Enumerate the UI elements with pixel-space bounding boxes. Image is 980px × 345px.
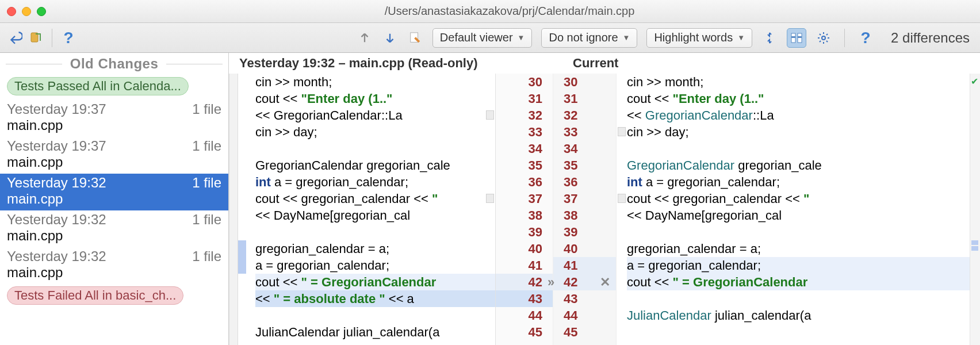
diff-body[interactable]: cin >> month;cout << "Enter day (1.." <<… [229,74,980,345]
change-filename: main.cpp [7,228,221,244]
help-icon[interactable]: ? [60,30,76,46]
prev-diff-icon[interactable] [357,30,373,46]
line-number: 45 [553,324,616,340]
line-number: 31 [553,90,616,107]
line-number: 45 [496,324,553,340]
line-number: 34 [496,140,553,157]
change-item[interactable]: Yesterday 19:321 filemain.cpp [0,210,228,247]
line-number: 42 [496,274,553,290]
toolbar: ? Default viewer ▼ Do not ignore ▼ Highl… [0,23,980,53]
code-line: << DayName[gregorian_cal [255,207,495,224]
code-line: gregorian_calendar = a; [627,240,980,257]
code-line: int a = gregorian_calendar; [255,174,495,190]
tests-failed-badge[interactable]: Tests Failed All in basic_ch... [7,286,183,305]
line-number: 38 [496,207,553,224]
left-scrollbar[interactable] [229,74,238,345]
change-file-count: 1 file [192,138,221,154]
changes-sidebar: Old Changes Tests Passed All in Calenda.… [0,53,229,345]
code-line: cin >> day; [255,124,495,140]
code-line [627,140,980,157]
line-number: 30 [553,74,616,90]
diff-count: 2 differences [891,30,970,46]
line-number: 39 [496,224,553,240]
change-marker [238,257,246,274]
change-item[interactable]: Yesterday 19:371 filemain.cpp [0,100,228,137]
close-icon[interactable] [7,7,16,16]
fold-icon[interactable] [618,127,626,136]
line-number: 40 [496,240,553,257]
svg-point-6 [822,36,825,40]
code-line: << DayName[gregorian_cal [627,207,980,224]
change-file-count: 1 file [192,175,221,191]
code-line [255,224,495,240]
apply-change-icon[interactable]: » [548,274,554,290]
change-filename: main.cpp [7,117,221,133]
line-number: 34 [553,140,616,157]
right-code-pane[interactable]: ✔ cin >> month;cout << "Enter day (1.." … [617,74,980,345]
dismiss-change-icon[interactable]: ✕ [600,274,610,290]
line-number: 41 [553,257,616,274]
sidebar-list[interactable]: Tests Passed All in Calenda...Yesterday … [0,75,228,345]
change-item[interactable]: Yesterday 19:321 filemain.cpp [0,174,228,210]
code-line: cin >> day; [627,124,980,140]
code-line: cin >> month; [627,74,980,90]
chevron-down-icon: ▼ [737,33,745,42]
sync-scroll-toggle[interactable] [787,28,806,48]
code-line: << GregorianCalendar::La [255,107,495,124]
change-time: Yesterday 19:32 [7,248,106,264]
chevron-down-icon: ▼ [623,33,630,42]
line-number: 41 [496,257,553,274]
change-marker [238,240,246,257]
line-number: 33 [553,124,616,140]
code-line [627,324,980,340]
code-line: << GregorianCalendar::La [627,107,980,124]
stripe-marker[interactable] [971,246,978,251]
diff-header: Yesterday 19:32 – main.cpp (Read-only) C… [229,53,980,74]
inspection-ok-icon: ✔ [971,76,978,87]
change-file-count: 1 file [192,101,221,117]
zoom-icon[interactable] [37,7,46,16]
fold-icon[interactable] [486,110,494,120]
line-number: 43 [496,290,553,307]
highlight-dropdown[interactable]: Highlight words ▼ [646,28,752,48]
help-icon[interactable]: ? [858,30,874,46]
line-number: 39 [553,224,616,240]
sidebar-header: Old Changes [0,53,228,75]
error-stripe[interactable]: ✔ [970,74,980,345]
line-number: 33 [496,124,553,140]
titlebar: /Users/anastasiakazakova/prj/Calendar/ma… [0,0,980,23]
stripe-marker[interactable] [971,240,978,245]
change-time: Yesterday 19:37 [7,101,106,117]
code-line: gregorian_calendar = a; [255,240,495,257]
back-icon[interactable] [7,30,23,46]
diff-right-title: Current [568,56,618,71]
minimize-icon[interactable] [22,7,31,16]
tests-passed-badge[interactable]: Tests Passed All in Calenda... [7,77,189,95]
change-item[interactable]: Yesterday 19:371 filemain.cpp [0,137,228,174]
line-number: 30 [496,74,553,90]
ignore-dropdown-label: Do not ignore [549,31,618,44]
left-line-gutter: 30313233343536373839404142434445 [496,74,553,345]
fold-icon[interactable] [486,194,494,203]
viewer-dropdown[interactable]: Default viewer ▼ [432,28,533,48]
line-number: 44 [553,307,616,324]
edit-source-icon[interactable] [407,30,423,46]
line-number: 37 [553,190,616,207]
diff-viewer: Yesterday 19:32 – main.cpp (Read-only) C… [229,53,980,345]
change-file-count: 1 file [192,248,221,264]
line-number: 44 [496,307,553,324]
settings-gear-icon[interactable] [816,30,832,46]
code-line: cout << "Enter day (1.." [255,90,495,107]
change-item[interactable]: Yesterday 19:321 filemain.cpp [0,247,228,284]
window-controls [7,7,46,16]
ignore-dropdown[interactable]: Do not ignore ▼ [541,28,637,48]
code-line: int a = gregorian_calendar; [627,174,980,190]
next-diff-icon[interactable] [382,30,398,46]
line-number: 36 [496,174,553,190]
left-code-pane[interactable]: cin >> month;cout << "Enter day (1.." <<… [238,74,496,345]
fold-icon[interactable] [618,194,626,203]
code-line [255,307,495,324]
revert-icon[interactable] [28,30,44,46]
collapse-unchanged-icon[interactable] [761,30,778,46]
line-number: 43 [553,290,616,307]
